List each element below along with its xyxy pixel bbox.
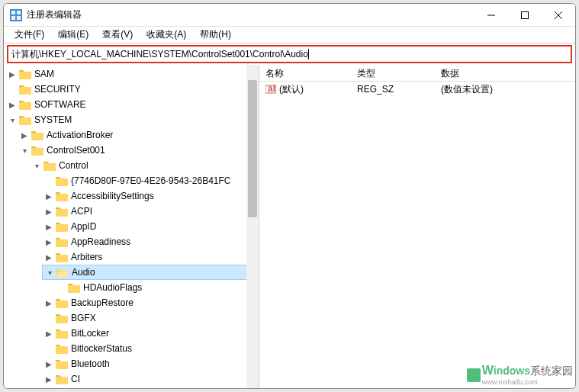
tree-item-arbiters[interactable]: ▶Arbiters	[42, 249, 259, 265]
chevron-right-icon[interactable]: ▶	[43, 221, 54, 232]
tree-label: CI	[71, 374, 80, 384]
chevron-right-icon[interactable]: ▶	[43, 206, 54, 217]
chevron-down-icon[interactable]: ▾	[19, 145, 30, 156]
folder-icon	[43, 160, 56, 171]
tree-item-software[interactable]: ▶ SOFTWARE	[5, 97, 259, 112]
chevron-down-icon[interactable]: ▾	[31, 160, 42, 171]
cell-type: REG_SZ	[351, 82, 435, 96]
folder-icon	[56, 343, 68, 354]
chevron-down-icon[interactable]: ▾	[44, 267, 55, 278]
text-cursor	[308, 49, 309, 59]
tree-item-bitlockerstatus[interactable]: ▶BitlockerStatus	[42, 341, 259, 356]
tree-label: BackupRestore	[71, 297, 133, 308]
tree-scrollbar[interactable]	[246, 65, 259, 388]
tree-item-ci[interactable]: ▶CI	[42, 371, 259, 387]
chevron-right-icon[interactable]: ▶	[7, 99, 18, 110]
svg-rect-3	[11, 16, 15, 20]
maximize-button[interactable]	[508, 4, 542, 26]
folder-icon	[56, 236, 68, 247]
tree-item-activationbroker[interactable]: ▶ ActivationBroker	[18, 127, 259, 143]
chevron-right-icon[interactable]: ▶	[43, 328, 54, 339]
titlebar: 注册表编辑器	[4, 4, 575, 27]
tree-label: AccessibilitySettings	[71, 191, 154, 201]
menu-edit[interactable]: 编辑(E)	[52, 27, 95, 43]
tree-item-bgfx[interactable]: ▶BGFX	[42, 310, 259, 326]
folder-icon	[19, 84, 31, 95]
tree-panel[interactable]: ▶ SAM ▶ SECURITY ▶ SOFTWARE	[4, 65, 259, 388]
tree-label: Arbiters	[71, 252, 102, 262]
value-name: (默认)	[279, 83, 304, 96]
close-button[interactable]	[542, 4, 575, 26]
folder-icon	[19, 114, 31, 125]
tree-label: SAM	[34, 69, 54, 79]
tree-label: ActivationBroker	[47, 130, 113, 140]
minimize-button[interactable]	[474, 4, 508, 26]
tree-label: ACPI	[71, 206, 92, 217]
tree-label: Audio	[72, 267, 95, 278]
folder-icon	[56, 175, 68, 186]
tree-label: Bluetooth	[71, 358, 110, 369]
address-bar[interactable]: 计算机\HKEY_LOCAL_MACHINE\SYSTEM\ControlSet…	[7, 45, 572, 63]
tree-label: SOFTWARE	[34, 99, 86, 110]
menu-file[interactable]: 文件(F)	[8, 27, 50, 43]
tree-item-accessibility[interactable]: ▶AccessibilitySettings	[42, 188, 259, 204]
tree-item-control[interactable]: ▾ Control	[30, 158, 259, 173]
svg-rect-6	[522, 11, 529, 18]
chevron-right-icon[interactable]: ▶	[19, 130, 30, 140]
tree-label: AppID	[71, 221, 96, 232]
menu-help[interactable]: 帮助(H)	[194, 27, 237, 43]
tree-item-system[interactable]: ▾ SYSTEM	[5, 112, 259, 127]
tree-item-appreadiness[interactable]: ▶AppReadiness	[42, 234, 259, 249]
col-header-type[interactable]: 类型	[351, 65, 435, 81]
svg-rect-4	[17, 16, 21, 20]
registry-editor-window: 注册表编辑器 文件(F) 编辑(E) 查看(V) 收藏夹(A) 帮助(H) 计算…	[3, 3, 576, 389]
values-panel[interactable]: 名称 类型 数据 ab (默认) REG_SZ (数值未设置)	[259, 65, 575, 388]
tree-label: AppReadiness	[71, 236, 130, 247]
tree-label: ControlSet001	[47, 145, 105, 156]
folder-icon	[31, 130, 43, 140]
chevron-right-icon[interactable]: ▶	[7, 69, 18, 79]
folder-icon	[31, 145, 43, 156]
col-header-name[interactable]: 名称	[259, 65, 351, 81]
tree-label: SECURITY	[34, 84, 81, 95]
tree-item-audio[interactable]: ▾ Audio	[42, 265, 259, 280]
folder-icon	[56, 374, 68, 384]
chevron-down-icon[interactable]: ▾	[7, 114, 18, 125]
tree-item-appid[interactable]: ▶AppID	[42, 219, 259, 234]
tree-label: Control	[59, 160, 88, 171]
tree-item-bitlocker[interactable]: ▶BitLocker	[42, 326, 259, 341]
tree-label: SYSTEM	[34, 114, 72, 125]
tree-item-bluetooth[interactable]: ▶Bluetooth	[42, 356, 259, 371]
folder-icon	[19, 99, 31, 110]
tree-label: {7746D80F-97E0-4E26-9543-26B41FC	[71, 175, 230, 186]
tree-item-guid[interactable]: ▶{7746D80F-97E0-4E26-9543-26B41FC	[42, 173, 259, 188]
chevron-right-icon[interactable]: ▶	[43, 191, 54, 201]
list-row[interactable]: ab (默认) REG_SZ (数值未设置)	[259, 82, 575, 97]
folder-icon	[56, 221, 68, 232]
content-area: ▶ SAM ▶ SECURITY ▶ SOFTWARE	[4, 65, 575, 388]
menu-view[interactable]: 查看(V)	[96, 27, 139, 43]
scrollbar-thumb[interactable]	[248, 80, 257, 217]
menu-favorites[interactable]: 收藏夹(A)	[140, 27, 192, 43]
tree-item-hdaudioflags[interactable]: ▶HDAudioFlags	[54, 280, 259, 295]
cell-name: ab (默认)	[259, 82, 351, 98]
tree-item-security[interactable]: ▶ SECURITY	[5, 82, 259, 97]
col-header-data[interactable]: 数据	[435, 65, 575, 81]
chevron-right-icon[interactable]: ▶	[43, 236, 54, 247]
folder-icon	[56, 191, 68, 201]
tree-item-backuprestore[interactable]: ▶BackupRestore	[42, 295, 259, 310]
tree-item-acpi[interactable]: ▶ACPI	[42, 204, 259, 219]
chevron-right-icon[interactable]: ▶	[43, 252, 54, 262]
string-value-icon: ab	[265, 84, 276, 95]
chevron-right-icon[interactable]: ▶	[43, 374, 54, 384]
tree-item-controlset001[interactable]: ▾ ControlSet001	[18, 143, 259, 158]
window-title: 注册表编辑器	[27, 8, 474, 21]
tree-item-sam[interactable]: ▶ SAM	[5, 66, 259, 82]
svg-rect-1	[11, 11, 15, 14]
folder-icon	[56, 252, 68, 262]
menubar: 文件(F) 编辑(E) 查看(V) 收藏夹(A) 帮助(H)	[4, 27, 575, 43]
tree-label: BitLocker	[71, 328, 109, 339]
chevron-right-icon[interactable]: ▶	[43, 358, 54, 369]
folder-open-icon	[56, 267, 69, 278]
chevron-right-icon[interactable]: ▶	[43, 297, 54, 308]
